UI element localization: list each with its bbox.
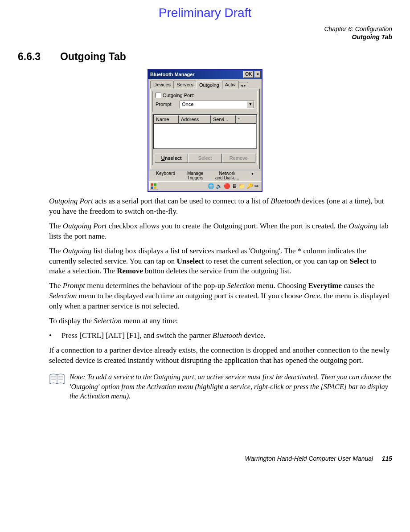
background-icons: Keyboard ManageTriggers Networkand Dial-… [148, 171, 262, 181]
start-button[interactable] [149, 182, 158, 190]
paragraph-2: The Outgoing Port checkbox allows you to… [49, 221, 392, 242]
paragraph-4: The Prompt menu determines the behaviour… [49, 281, 392, 312]
col-address[interactable]: Address [179, 115, 211, 124]
prompt-dropdown[interactable]: Once ▼ [180, 101, 254, 109]
tab-panel: Outgoing Port: Prompt Once ▼ Name Addres… [150, 89, 260, 169]
taskbar: 🌐 🔈 🔴 🖥 📁 🔑 ✏ [148, 181, 262, 191]
scrollbar[interactable]: ▾ [251, 171, 254, 180]
tray-icon[interactable]: ✏ [254, 183, 259, 190]
svg-rect-1 [154, 183, 156, 186]
tray-icon[interactable]: 🖥 [232, 183, 237, 190]
tray-icon[interactable]: 📁 [238, 183, 245, 190]
close-button[interactable]: × [254, 71, 261, 78]
svg-rect-0 [151, 183, 153, 186]
tray-icon[interactable]: 🔴 [224, 183, 230, 190]
window-title: Bluetooth Manager [150, 71, 242, 78]
bullet-item: •Press [CTRL] [ALT] [F1], and switch the… [49, 331, 392, 341]
footer-page-number: 115 [382, 455, 392, 462]
tray-icon[interactable]: 🔈 [216, 183, 222, 190]
svg-rect-2 [151, 187, 153, 189]
tab-devices[interactable]: Devices [150, 81, 174, 89]
bg-manage: ManageTriggers [187, 171, 203, 180]
note-block: Note: To add a service to the Outgoing p… [49, 372, 392, 401]
footer-manual-title: Warrington Hand-Held Computer User Manua… [245, 455, 373, 462]
unselect-button[interactable]: Unselect [155, 154, 188, 163]
page-footer: Warrington Hand-Held Computer User Manua… [18, 455, 392, 463]
ok-button[interactable]: OK [243, 71, 254, 78]
book-icon [49, 373, 67, 388]
list-group: Name Address Servi... * Unselect Select … [152, 114, 258, 165]
tray-icon[interactable]: 🌐 [208, 183, 214, 190]
paragraph-5: To display the Selection menu at any tim… [49, 316, 392, 326]
section-number: 6.6.3 [18, 50, 60, 64]
screenshot-container: Bluetooth Manager OK × Devices Servers O… [18, 69, 392, 192]
body-text: Outgoing Port acts as a serial port that… [49, 196, 392, 366]
bg-network: Networkand Dial-u... [215, 171, 239, 180]
col-service[interactable]: Servi... [211, 115, 236, 124]
chapter-title-line1: Chapter 6: Configuration [18, 25, 392, 33]
paragraph-6: If a connection to a partner device alre… [49, 345, 392, 366]
windows-logo-icon [151, 183, 157, 189]
paragraph-3: The Outgoing list dialog box displays a … [49, 246, 392, 277]
chapter-title-line2: Outgoing Tab [18, 33, 392, 41]
outgoing-port-checkbox[interactable] [156, 93, 161, 98]
outgoing-port-label: Outgoing Port: [163, 92, 194, 99]
svg-rect-3 [154, 187, 156, 189]
tab-strip: Devices Servers Outgoing Activ ◂ ▸ [148, 79, 262, 89]
outgoing-port-group: Outgoing Port: Prompt Once ▼ [152, 91, 258, 112]
list-header-row: Name Address Servi... * [154, 115, 256, 124]
window-titlebar: Bluetooth Manager OK × [148, 70, 262, 79]
system-tray: 🌐 🔈 🔴 🖥 📁 🔑 ✏ [208, 183, 261, 190]
section-heading: 6.6.3Outgoing Tab [18, 50, 392, 64]
section-title: Outgoing Tab [60, 51, 126, 62]
tab-activ[interactable]: Activ [222, 81, 239, 89]
paragraph-1: Outgoing Port acts as a serial port that… [49, 196, 392, 217]
tab-outgoing[interactable]: Outgoing [196, 81, 222, 89]
services-listbox[interactable]: Name Address Servi... * [153, 114, 257, 149]
select-button[interactable]: Select [188, 154, 221, 163]
tab-servers[interactable]: Servers [173, 81, 197, 89]
note-text: Note: To add a service to the Outgoing p… [70, 372, 392, 401]
bg-keyboard: Keyboard [156, 171, 175, 180]
bullet-dot: • [49, 331, 62, 341]
col-name[interactable]: Name [154, 115, 179, 124]
bluetooth-manager-window: Bluetooth Manager OK × Devices Servers O… [148, 69, 262, 192]
prompt-label: Prompt [156, 101, 177, 108]
col-star[interactable]: * [236, 115, 256, 124]
remove-button[interactable]: Remove [222, 154, 255, 163]
tray-icon[interactable]: 🔑 [246, 183, 253, 190]
prompt-value: Once [180, 101, 247, 108]
tab-scroll[interactable]: ◂ ▸ [238, 82, 249, 89]
watermark: Preliminary Draft [18, 0, 392, 25]
chapter-header: Chapter 6: Configuration Outgoing Tab [18, 25, 392, 41]
chevron-down-icon[interactable]: ▼ [247, 101, 254, 108]
